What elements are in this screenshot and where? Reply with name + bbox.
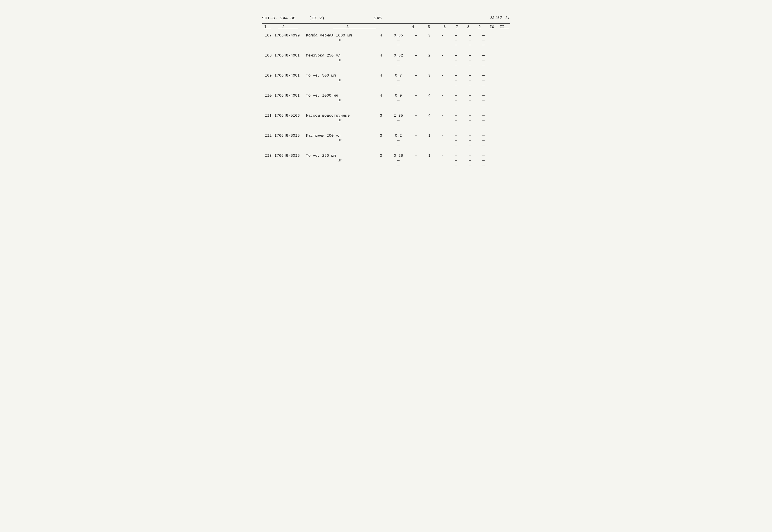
- row-107-col9: —: [449, 33, 463, 38]
- row-111-col11: —: [477, 113, 490, 118]
- row-108-unit: ШТ: [306, 59, 374, 62]
- row-108-col6: —: [409, 53, 423, 58]
- row-110-unit: ШТ: [306, 99, 374, 102]
- col-num-3: _____ 3 ___________: [303, 25, 406, 29]
- row-107-col5: 0,65: [388, 33, 409, 38]
- row-113-col11c: —: [477, 163, 490, 167]
- row-109-sub: ШТ — — — —: [262, 78, 510, 83]
- row-108-sub: ШТ — — — —: [262, 58, 510, 63]
- col-num-6: 6: [438, 25, 451, 29]
- row-108-col7: 2: [423, 53, 436, 58]
- row-108-id: I08: [262, 53, 275, 58]
- col-num-5: 5: [420, 25, 438, 29]
- row-110-col9c: —: [449, 103, 463, 107]
- row-109-col5b: —: [388, 78, 409, 82]
- entry-109: I09 I70648-408I То же, 500 мл 4 0,7 — 3 …: [262, 72, 510, 90]
- doc-id: 23167-11: [490, 16, 510, 20]
- row-110-sub: ШТ — — — —: [262, 98, 510, 103]
- row-112-sub: ШТ — — — —: [262, 138, 510, 143]
- row-109-unit: ШТ: [306, 79, 374, 82]
- row-113-col9c: —: [449, 163, 463, 167]
- row-107-col5b: —: [388, 38, 409, 42]
- row-109-col9: —: [449, 73, 463, 78]
- row-107-col8: -: [436, 33, 449, 38]
- row-113-dash: — — — —: [262, 163, 510, 168]
- row-111-main: III I70648-5I06 Насосы водоструйные 3 I,…: [262, 112, 510, 118]
- col-numbers-row: I _ _ 2 _____ _____ 3 ___________ 4 5 6 …: [262, 24, 510, 30]
- row-111-col9b: —: [449, 118, 463, 122]
- row-111-id: III: [262, 113, 275, 118]
- row-111-col9c: —: [449, 123, 463, 127]
- row-110-id: II0: [262, 93, 275, 98]
- entry-113: II3 I70648-80I5 То же, 250 мл 3 0,28 — I…: [262, 152, 510, 170]
- row-111-col10b: —: [463, 118, 477, 122]
- col-num-8: 8: [463, 25, 474, 29]
- col-num-2: _ 2 _____: [273, 25, 303, 29]
- page: 23167-11 90I-3- 244.88 (IX.2) 245 I _ _ …: [262, 16, 510, 170]
- row-108-dash: — — — —: [262, 63, 510, 68]
- row-110-code: I70648-408I: [275, 93, 306, 98]
- row-111-unit: ШТ: [306, 119, 374, 122]
- row-109-code: I70648-408I: [275, 73, 306, 78]
- row-109-col5c: —: [388, 83, 409, 87]
- row-112-dash: — — — —: [262, 143, 510, 148]
- row-111-col7: 4: [423, 113, 436, 118]
- row-112-col10: —: [463, 134, 477, 138]
- entry-111: III I70648-5I06 Насосы водоструйные 3 I,…: [262, 112, 510, 130]
- doc-id-text: 23167-11: [490, 16, 510, 20]
- row-110-col4: 4: [374, 93, 388, 98]
- row-111-dash: — — — —: [262, 123, 510, 128]
- row-111-code: I70648-5I06: [275, 113, 306, 118]
- row-110-col10: —: [463, 93, 477, 98]
- row-107-col9b: —: [449, 38, 463, 42]
- row-109-col10c: —: [463, 83, 477, 87]
- row-107-dash: — — — —: [262, 43, 510, 48]
- row-109-col5: 0,7: [388, 73, 409, 78]
- row-108-col9c: —: [449, 63, 463, 67]
- row-113-unit: ШТ: [306, 159, 374, 162]
- row-108-col9: —: [449, 53, 463, 58]
- row-111-col8: -: [436, 113, 449, 118]
- row-110-col5: 0,9: [388, 93, 409, 98]
- row-112-col6: —: [409, 134, 423, 138]
- row-111-col4: 3: [374, 113, 388, 118]
- row-112-col11c: —: [477, 143, 490, 147]
- row-108-code: I70648-408I: [275, 53, 306, 58]
- row-111-col6: —: [409, 113, 423, 118]
- row-107-col6: —: [409, 33, 423, 38]
- row-110-dash: — — — —: [262, 103, 510, 108]
- entry-112: II2 I70648-80I5 Кастрюля I00 мл 3 0,2 — …: [262, 132, 510, 150]
- row-113-col6: —: [409, 154, 423, 158]
- row-112-col10b: —: [463, 138, 477, 143]
- row-109-col8: -: [436, 73, 449, 78]
- row-113-id: II3: [262, 154, 275, 158]
- row-113-col11b: —: [477, 158, 490, 163]
- col-num-11: II _: [499, 25, 510, 29]
- row-108-col11c: —: [477, 63, 490, 67]
- row-113-code: I70648-80I5: [275, 154, 306, 158]
- row-111-col11b: —: [477, 118, 490, 122]
- row-112-col10c: —: [463, 143, 477, 147]
- entry-107: I07 I70648-4099 Колба мерная I000 мл 4 0…: [262, 32, 510, 50]
- row-110-col11: —: [477, 93, 490, 98]
- row-113-name: То же, 250 мл: [306, 154, 374, 158]
- row-110-col11b: —: [477, 98, 490, 102]
- row-113-col11: —: [477, 154, 490, 158]
- row-109-col11: —: [477, 73, 490, 78]
- row-111-col10c: —: [463, 123, 477, 127]
- row-109-main: I09 I70648-408I То же, 500 мл 4 0,7 — 3 …: [262, 72, 510, 78]
- row-109-dash: — — — —: [262, 83, 510, 88]
- entry-108: I08 I70648-408I Мензурка 250 мл 4 0,52 —…: [262, 52, 510, 70]
- header-num: 245: [374, 16, 382, 21]
- row-108-main: I08 I70648-408I Мензурка 250 мл 4 0,52 —…: [262, 52, 510, 58]
- row-111-col5c: —: [388, 123, 409, 127]
- row-111-sub: ШТ — — — —: [262, 118, 510, 123]
- row-108-col4: 4: [374, 53, 388, 58]
- header-sub: (IX.2): [309, 16, 324, 21]
- row-113-col5c: —: [388, 163, 409, 167]
- row-109-col10b: —: [463, 78, 477, 82]
- row-112-unit: ШТ: [306, 139, 374, 142]
- row-113-col7: I: [423, 154, 436, 158]
- row-107-col9c: —: [449, 43, 463, 47]
- row-110-name: То же, I000 мл: [306, 93, 374, 98]
